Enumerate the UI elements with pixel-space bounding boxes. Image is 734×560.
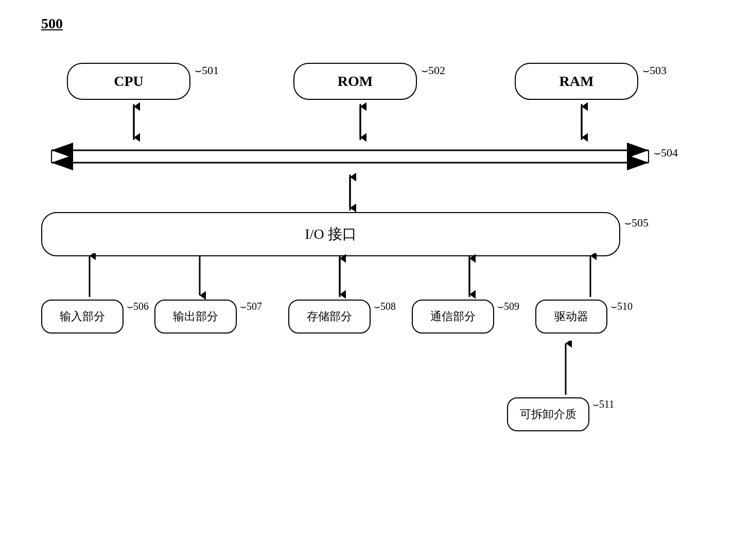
ram-ref: ⌣503 <box>642 64 667 77</box>
figure-label: 500 <box>41 15 690 32</box>
io-to-input-arrow <box>83 253 96 300</box>
output-wrapper: 输出部分 ⌣507 <box>154 300 262 334</box>
rom-ref: ⌣502 <box>421 64 445 77</box>
output-box: 输出部分 <box>154 300 237 334</box>
input-wrapper: 输入部分 ⌣506 <box>41 300 149 334</box>
comm-box: 通信部分 <box>412 300 494 334</box>
io-to-storage-arrow <box>334 253 346 300</box>
io-ref: ⌣505 <box>624 216 649 230</box>
bus-arrow <box>41 140 659 173</box>
storage-wrapper: 存储部分 ⌣508 <box>288 300 396 334</box>
rom-to-bus-arrow <box>354 101 366 143</box>
driver-to-removable-arrow <box>560 341 572 397</box>
io-wrapper: I/O 接口 ⌣505 <box>41 212 649 256</box>
driver-wrapper: 驱动器 ⌣510 <box>535 300 633 334</box>
bus-ref: ⌣504 <box>654 146 678 160</box>
driver-ref: ⌣510 <box>610 301 633 312</box>
diagram: CPU ⌣501 ROM ⌣502 RAM ⌣503 <box>41 63 690 560</box>
ram-box: RAM <box>515 63 638 100</box>
diagram-container: 500 CPU ⌣501 ROM ⌣502 RAM <box>41 15 690 560</box>
io-to-output-arrow <box>194 253 206 300</box>
cpu-to-bus-arrow <box>128 101 140 143</box>
io-box: I/O 接口 <box>41 212 620 256</box>
ram-box-wrapper: RAM ⌣503 <box>515 63 667 100</box>
removable-ref: ⌣511 <box>592 398 614 410</box>
output-ref: ⌣507 <box>240 301 262 312</box>
io-to-driver-arrow <box>584 253 597 300</box>
io-to-comm-arrow <box>463 253 476 300</box>
input-box: 输入部分 <box>41 300 124 334</box>
cpu-ref: ⌣501 <box>195 64 219 77</box>
bus-to-io-arrow <box>344 172 356 213</box>
storage-ref: ⌣508 <box>374 301 396 312</box>
removable-wrapper: 可拆卸介质 ⌣511 <box>507 397 614 431</box>
input-ref: ⌣506 <box>127 301 149 312</box>
removable-box: 可拆卸介质 <box>507 397 589 431</box>
driver-box: 驱动器 <box>535 300 607 334</box>
ram-to-bus-arrow <box>575 101 588 143</box>
cpu-box-wrapper: CPU ⌣501 <box>67 63 219 100</box>
rom-box: ROM <box>293 63 417 100</box>
comm-wrapper: 通信部分 ⌣509 <box>412 300 519 334</box>
rom-box-wrapper: ROM ⌣502 <box>293 63 445 100</box>
comm-ref: ⌣509 <box>497 301 519 312</box>
storage-box: 存储部分 <box>288 300 371 334</box>
cpu-box: CPU <box>67 63 190 100</box>
